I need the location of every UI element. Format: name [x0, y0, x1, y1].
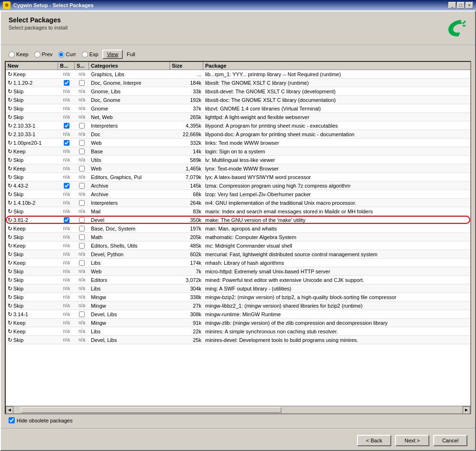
spin-icon[interactable]: ↻ — [8, 217, 12, 223]
cell-b[interactable]: n/a — [58, 251, 75, 257]
s-checkbox[interactable] — [79, 226, 85, 231]
table-row[interactable]: ↻Skipn/aMath205kmathomatic: Computer Alg… — [6, 233, 470, 241]
hide-obsolete-checkbox[interactable] — [9, 417, 15, 423]
cell-s[interactable]: n/a — [75, 268, 89, 274]
s-checkbox[interactable] — [79, 260, 85, 266]
spin-icon[interactable]: ↻ — [8, 294, 12, 301]
table-row[interactable]: ↻Skipn/an/aEditors3,072kmined: Powerful … — [6, 276, 470, 284]
table-row[interactable]: ↻1.00pre20-1Web332klinks: Text mode WWW … — [6, 139, 470, 147]
table-row[interactable]: ↻Keepn/aEditors, Shells, Utils485kmc: Mi… — [6, 241, 470, 250]
cell-b[interactable]: n/a — [58, 302, 75, 309]
spin-icon[interactable]: ↻ — [8, 285, 12, 292]
cell-new[interactable]: ↻Keep — [6, 70, 58, 78]
b-checkbox[interactable] — [64, 183, 69, 189]
cell-s[interactable] — [75, 311, 89, 318]
cell-new[interactable]: ↻Skip — [6, 276, 58, 284]
cell-new[interactable]: ↻1.4.10b-2 — [6, 199, 58, 207]
cell-b[interactable] — [58, 182, 75, 189]
cell-b[interactable]: n/a — [58, 148, 75, 154]
spin-icon[interactable]: ↻ — [8, 242, 12, 249]
cell-new[interactable]: ↻Skip — [6, 173, 58, 181]
cell-new[interactable]: ↻Skip — [6, 336, 58, 344]
radio-keep[interactable] — [9, 51, 15, 58]
cell-s[interactable] — [75, 242, 89, 249]
cell-s[interactable] — [75, 140, 89, 146]
cell-new[interactable]: ↻3.81-2 — [6, 216, 58, 224]
table-row[interactable]: ↻Skipn/an/aLibs304kming: A SWF output li… — [6, 284, 470, 293]
table-row[interactable]: ↻Skipn/an/aNet, Web265klighttpd: A light… — [6, 113, 470, 121]
cell-new[interactable]: ↻Skip — [6, 190, 58, 198]
s-checkbox[interactable] — [79, 140, 85, 146]
scroll-right-btn[interactable]: ► — [463, 406, 470, 414]
table-row[interactable]: ↻Skipn/an/aGnome37klibzvt: GNOME 1.4 cor… — [6, 104, 470, 113]
spin-icon[interactable]: ↻ — [8, 251, 12, 258]
spin-icon[interactable]: ↻ — [8, 165, 12, 172]
spin-icon[interactable]: ↻ — [8, 71, 12, 78]
cell-b[interactable]: n/a — [58, 131, 75, 137]
table-row[interactable]: ↻Keepn/aBase, Doc, System197kman: Man, a… — [6, 224, 470, 233]
cell-new[interactable]: ↻Skip — [6, 113, 58, 121]
cell-b[interactable]: n/a — [58, 165, 75, 171]
cell-new[interactable]: ↻Keep — [6, 225, 58, 232]
table-row[interactable]: ↻Skipn/an/aEditors, Graphics, Pul7,079kl… — [6, 173, 470, 181]
spin-icon[interactable]: ↻ — [8, 200, 12, 206]
cell-b[interactable] — [58, 217, 75, 223]
scroll-thumb[interactable] — [21, 407, 281, 413]
cell-s[interactable]: n/a — [75, 208, 89, 214]
cell-b[interactable]: n/a — [58, 174, 75, 180]
cell-new[interactable]: ↻Skip — [6, 302, 58, 310]
cell-new[interactable]: ↻Skip — [6, 293, 58, 301]
s-checkbox[interactable] — [79, 234, 85, 240]
cell-s[interactable]: n/a — [75, 114, 89, 120]
cell-new[interactable]: ↻Skip — [6, 268, 58, 275]
cell-s[interactable]: n/a — [75, 294, 89, 300]
radio-curr[interactable] — [58, 51, 64, 58]
spin-icon[interactable]: ↻ — [8, 191, 12, 198]
table-row[interactable]: ↻Skipn/an/aMingw27kmingw-libbz2_1: (ming… — [6, 301, 470, 310]
b-checkbox[interactable] — [64, 123, 69, 129]
cell-b[interactable]: n/a — [58, 105, 75, 111]
cell-new[interactable]: ↻4.43-2 — [6, 182, 58, 190]
cell-s[interactable] — [75, 122, 89, 129]
cell-b[interactable]: n/a — [58, 285, 75, 291]
hide-obsolete-label[interactable]: Hide obsolete packages — [9, 417, 72, 423]
cell-b[interactable]: n/a — [58, 225, 75, 231]
spin-icon[interactable]: ↻ — [8, 114, 12, 120]
s-checkbox[interactable] — [79, 200, 85, 206]
cell-s[interactable]: n/a — [75, 285, 89, 291]
cell-b[interactable]: n/a — [58, 157, 75, 163]
radio-exp[interactable] — [82, 51, 88, 58]
spin-icon[interactable]: ↻ — [8, 140, 12, 146]
table-row[interactable]: ↻1.4.10b-2n/aInterpreters264km4: GNU imp… — [6, 199, 470, 207]
table-row[interactable]: ↻4.43-2Archive145klzma: Compression prog… — [6, 181, 470, 190]
maximize-button[interactable]: □ — [457, 2, 465, 9]
cell-new[interactable]: ↻Keep — [6, 328, 58, 335]
cell-b[interactable]: n/a — [58, 337, 75, 343]
cell-b[interactable] — [58, 140, 75, 146]
spin-icon[interactable]: ↻ — [8, 182, 12, 189]
table-row[interactable]: ↻Keepn/an/aLibs22kminires: A simple sync… — [6, 327, 470, 336]
table-row[interactable]: ↻Skipn/an/aDoc, Gnome192klibxslt-doc: Th… — [6, 96, 470, 104]
table-row[interactable]: ↻Skipn/an/aDevel, Libs25kminires-devel: … — [6, 336, 470, 344]
cell-b[interactable]: n/a — [58, 277, 75, 283]
spin-icon[interactable]: ↻ — [8, 148, 12, 155]
spin-icon[interactable]: ↻ — [8, 88, 12, 95]
table-row[interactable]: ↻Keepn/an/aGraphics, Libs...lib...rpm_1:… — [6, 70, 470, 79]
cell-s[interactable]: n/a — [75, 174, 89, 180]
cell-s[interactable]: n/a — [75, 302, 89, 309]
table-row[interactable]: ↻1.1.20-2Doc, Gnome, Interpre184klibxslt… — [6, 79, 470, 87]
spin-icon[interactable]: ↻ — [8, 225, 12, 232]
s-checkbox[interactable] — [79, 243, 85, 249]
back-button[interactable]: < Back — [357, 435, 391, 446]
table-row[interactable]: ↻Skipn/an/aGnome, Libs33klibxslt-devel: … — [6, 87, 470, 96]
cell-b[interactable]: n/a — [58, 97, 75, 103]
cell-s[interactable]: n/a — [75, 191, 89, 197]
cell-new[interactable]: ↻Skip — [6, 233, 58, 241]
col-header-b[interactable]: B... — [58, 62, 75, 70]
cell-b[interactable]: n/a — [58, 328, 75, 334]
cell-new[interactable]: ↻Keep — [6, 319, 58, 327]
table-row[interactable]: ↻Skipn/an/aUtils589klv: Multilingual les… — [6, 156, 470, 164]
close-button[interactable]: × — [466, 2, 473, 9]
col-header-s[interactable]: S... — [75, 62, 89, 70]
cell-new[interactable]: ↻Skip — [6, 285, 58, 292]
